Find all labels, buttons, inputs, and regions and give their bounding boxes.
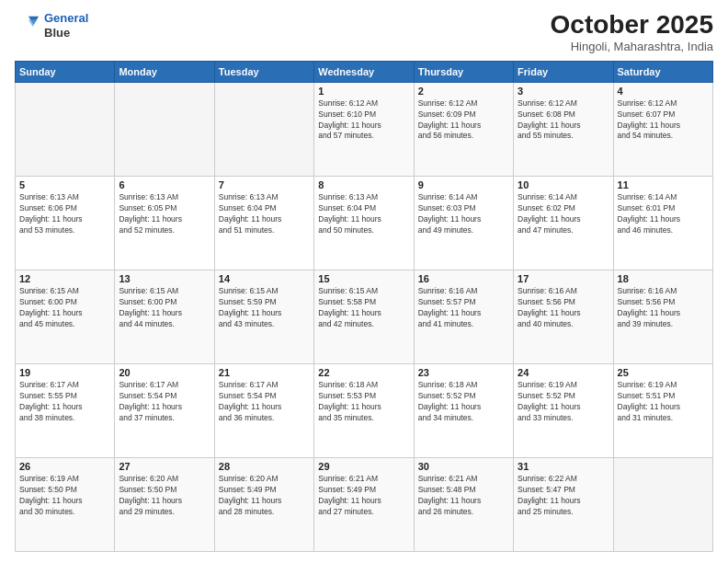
day-number: 14 [219, 273, 310, 284]
header: General Blue October 2025 Hingoli, Mahar… [15, 11, 713, 53]
day-info: Sunrise: 6:21 AM Sunset: 5:48 PM Dayligh… [418, 474, 509, 518]
day-cell: 25Sunrise: 6:19 AM Sunset: 5:51 PM Dayli… [613, 363, 712, 457]
day-info: Sunrise: 6:19 AM Sunset: 5:51 PM Dayligh… [618, 380, 709, 424]
day-info: Sunrise: 6:13 AM Sunset: 6:04 PM Dayligh… [318, 192, 409, 236]
col-header-saturday: Saturday [613, 61, 712, 82]
day-info: Sunrise: 6:20 AM Sunset: 5:50 PM Dayligh… [119, 474, 210, 518]
day-info: Sunrise: 6:22 AM Sunset: 5:47 PM Dayligh… [518, 474, 609, 518]
day-info: Sunrise: 6:13 AM Sunset: 6:05 PM Dayligh… [119, 192, 210, 236]
day-number: 10 [518, 179, 609, 190]
day-cell: 1Sunrise: 6:12 AM Sunset: 6:10 PM Daylig… [314, 82, 414, 176]
day-cell: 22Sunrise: 6:18 AM Sunset: 5:53 PM Dayli… [314, 363, 414, 457]
day-info: Sunrise: 6:12 AM Sunset: 6:10 PM Dayligh… [318, 98, 409, 143]
day-number: 22 [318, 367, 409, 378]
day-cell: 23Sunrise: 6:18 AM Sunset: 5:52 PM Dayli… [414, 363, 513, 457]
day-info: Sunrise: 6:17 AM Sunset: 5:54 PM Dayligh… [119, 380, 210, 424]
day-cell: 6Sunrise: 6:13 AM Sunset: 6:05 PM Daylig… [115, 176, 214, 270]
day-cell: 24Sunrise: 6:19 AM Sunset: 5:52 PM Dayli… [514, 363, 613, 457]
day-info: Sunrise: 6:15 AM Sunset: 5:58 PM Dayligh… [318, 286, 409, 330]
col-header-thursday: Thursday [414, 61, 513, 82]
day-info: Sunrise: 6:20 AM Sunset: 5:49 PM Dayligh… [219, 474, 310, 518]
day-number: 2 [418, 86, 509, 97]
day-cell: 4Sunrise: 6:12 AM Sunset: 6:07 PM Daylig… [613, 82, 712, 176]
week-row-2: 5Sunrise: 6:13 AM Sunset: 6:06 PM Daylig… [16, 176, 713, 270]
day-info: Sunrise: 6:15 AM Sunset: 6:00 PM Dayligh… [19, 286, 110, 330]
week-row-1: 1Sunrise: 6:12 AM Sunset: 6:10 PM Daylig… [16, 82, 713, 176]
day-cell: 8Sunrise: 6:13 AM Sunset: 6:04 PM Daylig… [314, 176, 414, 270]
day-cell: 2Sunrise: 6:12 AM Sunset: 6:09 PM Daylig… [414, 82, 513, 176]
calendar-header-row: SundayMondayTuesdayWednesdayThursdayFrid… [16, 61, 713, 82]
day-number: 23 [418, 367, 509, 378]
day-cell: 19Sunrise: 6:17 AM Sunset: 5:55 PM Dayli… [16, 363, 115, 457]
day-info: Sunrise: 6:19 AM Sunset: 5:52 PM Dayligh… [518, 380, 609, 424]
day-number: 17 [518, 273, 609, 284]
day-cell: 16Sunrise: 6:16 AM Sunset: 5:57 PM Dayli… [414, 270, 513, 363]
col-header-sunday: Sunday [16, 61, 115, 82]
day-cell: 10Sunrise: 6:14 AM Sunset: 6:02 PM Dayli… [514, 176, 613, 270]
day-cell: 20Sunrise: 6:17 AM Sunset: 5:54 PM Dayli… [115, 363, 214, 457]
page: General Blue October 2025 Hingoli, Mahar… [0, 0, 728, 563]
logo-line1: General [44, 11, 88, 25]
col-header-friday: Friday [514, 61, 613, 82]
day-cell: 15Sunrise: 6:15 AM Sunset: 5:58 PM Dayli… [314, 270, 414, 363]
day-number: 11 [618, 179, 709, 190]
day-cell: 7Sunrise: 6:13 AM Sunset: 6:04 PM Daylig… [214, 176, 313, 270]
day-cell: 14Sunrise: 6:15 AM Sunset: 5:59 PM Dayli… [214, 270, 313, 363]
day-cell: 11Sunrise: 6:14 AM Sunset: 6:01 PM Dayli… [613, 176, 712, 270]
day-info: Sunrise: 6:21 AM Sunset: 5:49 PM Dayligh… [318, 474, 409, 518]
day-cell: 30Sunrise: 6:21 AM Sunset: 5:48 PM Dayli… [414, 457, 513, 551]
day-info: Sunrise: 6:13 AM Sunset: 6:04 PM Dayligh… [219, 192, 310, 236]
day-number: 6 [119, 179, 210, 190]
day-info: Sunrise: 6:18 AM Sunset: 5:53 PM Dayligh… [318, 380, 409, 424]
day-number: 8 [318, 179, 409, 190]
day-info: Sunrise: 6:17 AM Sunset: 5:55 PM Dayligh… [19, 380, 110, 424]
day-number: 9 [418, 179, 509, 190]
day-number: 18 [618, 273, 709, 284]
calendar-table: SundayMondayTuesdayWednesdayThursdayFrid… [15, 61, 713, 552]
day-cell: 9Sunrise: 6:14 AM Sunset: 6:03 PM Daylig… [414, 176, 513, 270]
week-row-5: 26Sunrise: 6:19 AM Sunset: 5:50 PM Dayli… [16, 457, 713, 551]
day-info: Sunrise: 6:13 AM Sunset: 6:06 PM Dayligh… [19, 192, 110, 236]
day-number: 24 [518, 367, 609, 378]
day-info: Sunrise: 6:14 AM Sunset: 6:02 PM Dayligh… [518, 192, 609, 236]
col-header-tuesday: Tuesday [214, 61, 313, 82]
day-cell: 3Sunrise: 6:12 AM Sunset: 6:08 PM Daylig… [514, 82, 613, 176]
day-number: 27 [119, 461, 210, 472]
day-info: Sunrise: 6:16 AM Sunset: 5:57 PM Dayligh… [418, 286, 509, 330]
day-info: Sunrise: 6:16 AM Sunset: 5:56 PM Dayligh… [618, 286, 709, 330]
day-info: Sunrise: 6:14 AM Sunset: 6:03 PM Dayligh… [418, 192, 509, 236]
day-number: 29 [318, 461, 409, 472]
day-number: 20 [119, 367, 210, 378]
day-info: Sunrise: 6:19 AM Sunset: 5:50 PM Dayligh… [19, 474, 110, 518]
day-cell: 5Sunrise: 6:13 AM Sunset: 6:06 PM Daylig… [16, 176, 115, 270]
day-info: Sunrise: 6:15 AM Sunset: 6:00 PM Dayligh… [119, 286, 210, 330]
day-cell [613, 457, 712, 551]
col-header-wednesday: Wednesday [314, 61, 414, 82]
logo-line2: Blue [44, 26, 88, 40]
day-number: 7 [219, 179, 310, 190]
day-cell: 13Sunrise: 6:15 AM Sunset: 6:00 PM Dayli… [115, 270, 214, 363]
subtitle: Hingoli, Maharashtra, India [551, 40, 713, 53]
logo: General Blue [15, 11, 88, 40]
day-number: 5 [19, 179, 110, 190]
day-number: 19 [19, 367, 110, 378]
day-cell: 21Sunrise: 6:17 AM Sunset: 5:54 PM Dayli… [214, 363, 313, 457]
day-number: 1 [318, 86, 409, 97]
svg-marker-1 [28, 19, 37, 26]
day-cell: 28Sunrise: 6:20 AM Sunset: 5:49 PM Dayli… [214, 457, 313, 551]
day-info: Sunrise: 6:16 AM Sunset: 5:56 PM Dayligh… [518, 286, 609, 330]
week-row-4: 19Sunrise: 6:17 AM Sunset: 5:55 PM Dayli… [16, 363, 713, 457]
day-cell [115, 82, 214, 176]
day-info: Sunrise: 6:15 AM Sunset: 5:59 PM Dayligh… [219, 286, 310, 330]
day-number: 30 [418, 461, 509, 472]
day-info: Sunrise: 6:18 AM Sunset: 5:52 PM Dayligh… [418, 380, 509, 424]
day-info: Sunrise: 6:12 AM Sunset: 6:08 PM Dayligh… [518, 98, 609, 143]
logo-icon [15, 13, 40, 39]
day-number: 25 [618, 367, 709, 378]
day-cell: 12Sunrise: 6:15 AM Sunset: 6:00 PM Dayli… [16, 270, 115, 363]
day-cell [16, 82, 115, 176]
day-info: Sunrise: 6:12 AM Sunset: 6:09 PM Dayligh… [418, 98, 509, 143]
day-number: 16 [418, 273, 509, 284]
day-cell: 17Sunrise: 6:16 AM Sunset: 5:56 PM Dayli… [514, 270, 613, 363]
day-number: 12 [19, 273, 110, 284]
